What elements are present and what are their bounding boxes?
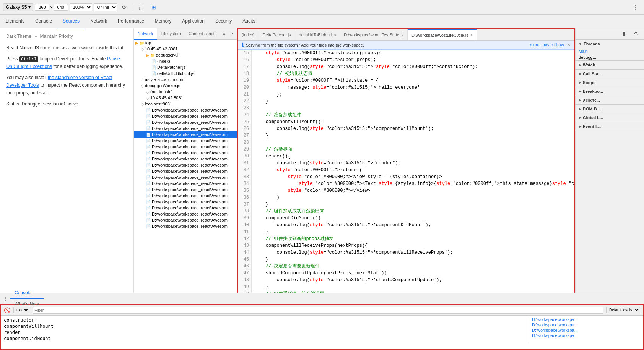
console-right-item[interactable]: D:\workspace\workspa... bbox=[532, 322, 640, 327]
close-info-btn[interactable]: ✕ bbox=[567, 42, 571, 47]
debug-section-header[interactable]: ▶Watch bbox=[576, 61, 644, 69]
tree-item[interactable]: 📄D:\workspace\workspace_react\Awesom bbox=[134, 174, 237, 180]
tree-item[interactable]: 📄D:\workspace\workspace_react\Awesom bbox=[134, 125, 237, 131]
bottom-tab-console[interactable]: Console bbox=[10, 287, 44, 299]
main-nav-tab-console[interactable]: Console bbox=[30, 15, 57, 28]
debug-section[interactable]: ▶Event L... bbox=[576, 122, 644, 131]
console-levels-select[interactable]: Default levels bbox=[606, 307, 640, 313]
tree-item[interactable]: 📄(index) bbox=[134, 58, 237, 64]
tree-item[interactable]: ▶ 📁top bbox=[134, 40, 237, 46]
close-tab-btn[interactable]: ✕ bbox=[470, 33, 473, 37]
bottom-toolbar-icon[interactable]: ⋮ bbox=[3, 296, 8, 301]
height-input[interactable] bbox=[54, 4, 68, 11]
tree-item[interactable]: 📄D:\workspace\workspace_react\Awesom bbox=[134, 150, 237, 156]
main-nav-tab-application[interactable]: Application bbox=[177, 15, 210, 28]
tree-item[interactable]: 📄D:\workspace\workspace_react\Awesom bbox=[134, 107, 237, 113]
tree-item[interactable]: ◇(no domain) bbox=[134, 89, 237, 95]
network-select[interactable]: Online bbox=[94, 3, 117, 11]
tree-item-label: astyle-src.alicdn.com bbox=[145, 77, 184, 82]
tree-item[interactable]: 📄D:\workspace\workspace_react\Awesom bbox=[134, 113, 237, 119]
tree-item[interactable]: 📄D:\workspace\workspace_react\Awesom bbox=[134, 211, 237, 217]
debug-section[interactable]: ▶XHR/fe... bbox=[576, 96, 644, 105]
clear-console-btn[interactable]: 🚫 bbox=[4, 307, 10, 313]
tree-item[interactable]: 📄D:\workspace\workspace_react\Awesom bbox=[134, 119, 237, 125]
sources-more-btn[interactable]: » bbox=[220, 31, 228, 37]
debug-section-header[interactable]: ▶Scope bbox=[576, 78, 644, 87]
code-tab[interactable]: D:\workspace\wostLifeCycle.js ✕ bbox=[408, 29, 477, 41]
tree-item[interactable]: 📄D:\workspace\workspace_react\Awesom bbox=[134, 205, 237, 211]
main-nav-tab-elements[interactable]: Elements bbox=[0, 15, 30, 28]
main-nav-tab-performance[interactable]: Performance bbox=[112, 15, 150, 28]
code-tab[interactable]: D:\workspace\woo...TestState.js bbox=[340, 29, 408, 41]
console-filter-input[interactable] bbox=[33, 307, 603, 314]
tree-item[interactable]: 📄D:\workspace\workspace_react\Awesom bbox=[134, 217, 237, 223]
sources-tab-filesystem[interactable]: Filesystem bbox=[157, 28, 185, 40]
tree-item[interactable]: ◇10.45.45.42:8081 bbox=[134, 95, 237, 101]
tree-item[interactable]: ◇debuggerWorker.js bbox=[134, 83, 237, 89]
console-right-item[interactable]: D:\workspace\workspa... bbox=[532, 317, 640, 322]
tree-item[interactable]: 📄D:\workspace\workspace_react\Awesom bbox=[134, 131, 237, 138]
tree-item[interactable]: 📄D:\workspace\workspace_react\Awesom bbox=[134, 156, 237, 162]
debug-section[interactable]: ▼ThreadsMaindebugg... bbox=[576, 40, 644, 61]
tree-item[interactable]: 📄D:\workspace\workspace_react\Awesom bbox=[134, 144, 237, 150]
thread-item[interactable]: debugg... bbox=[576, 54, 644, 60]
tree-item[interactable]: 📄D:\workspace\workspace_react\Awesom bbox=[134, 186, 237, 193]
tree-item[interactable]: ◇10.45.45.42:8081 bbox=[134, 46, 237, 52]
main-nav-tab-security[interactable]: Security bbox=[210, 15, 237, 28]
debug-section-header[interactable]: ▶DOM B... bbox=[576, 105, 644, 113]
expand-arrow-icon: ▶ bbox=[579, 107, 581, 111]
debug-section[interactable]: ▶Breakpo... bbox=[576, 87, 644, 96]
pause-btn[interactable]: ⏸ bbox=[619, 29, 629, 39]
device-selector[interactable]: Galaxy S5 ▾ bbox=[3, 3, 33, 11]
dimension-inputs: × bbox=[35, 4, 68, 11]
debug-section[interactable]: ▶DOM B... bbox=[576, 105, 644, 113]
console-right-item[interactable]: D:\workspace\workspa... bbox=[532, 333, 640, 338]
file-icon: 📄 bbox=[146, 120, 151, 125]
debug-section-header[interactable]: ▼Threads bbox=[576, 40, 644, 48]
line-number: 39 bbox=[240, 215, 249, 222]
tree-item[interactable]: 📄D:\workspace\workspace_react\Awesom bbox=[134, 180, 237, 186]
main-nav-tab-audits[interactable]: Audits bbox=[237, 15, 260, 28]
tree-item[interactable]: ▶ 📁debugger-ui bbox=[134, 52, 237, 58]
debug-section-header[interactable]: ▶Breakpo... bbox=[576, 87, 644, 96]
tree-item[interactable]: 📄D:\workspace\workspace_react\Awesom bbox=[134, 138, 237, 144]
main-nav-tab-memory[interactable]: Memory bbox=[150, 15, 177, 28]
debug-section-header[interactable]: ▶Event L... bbox=[576, 122, 644, 131]
rotate-icon-btn[interactable]: ⟳ bbox=[119, 2, 130, 13]
never-show-link[interactable]: never show bbox=[543, 42, 564, 47]
debug-section[interactable]: ▶Call Sta... bbox=[576, 70, 644, 78]
tree-item[interactable]: 📄deltaUrlToBlobUrl.js bbox=[134, 70, 237, 76]
main-nav-tab-sources[interactable]: Sources bbox=[57, 15, 85, 28]
tree-item[interactable]: 📄DeltaPatcher.js bbox=[134, 64, 237, 70]
select-icon-btn[interactable]: ⬚ bbox=[136, 2, 147, 13]
code-tab[interactable]: DeltaPatcher.js bbox=[259, 29, 295, 41]
step-over-btn[interactable]: ↷ bbox=[631, 29, 642, 39]
more-options-btn[interactable]: ⋮ bbox=[630, 2, 641, 13]
main-nav-tab-network[interactable]: Network bbox=[85, 15, 112, 28]
debug-section[interactable]: ▶Scope bbox=[576, 78, 644, 87]
tree-item[interactable]: 📄D:\workspace\workspace_react\Awesom bbox=[134, 199, 237, 205]
thread-item[interactable]: Main bbox=[576, 48, 644, 54]
code-tab[interactable]: (index) bbox=[238, 29, 259, 41]
debug-section[interactable]: ▶Watch bbox=[576, 61, 644, 70]
device-mode-btn[interactable]: ⊞ bbox=[148, 2, 159, 13]
console-context-select[interactable]: top bbox=[13, 307, 29, 313]
debug-section[interactable]: ▶Global L... bbox=[576, 113, 644, 122]
sources-options-btn[interactable]: ⋮ bbox=[228, 31, 237, 36]
tree-item[interactable]: 📄D:\workspace\workspace_react\Awesom bbox=[134, 168, 237, 174]
zoom-select[interactable]: 100% bbox=[70, 3, 92, 11]
width-input[interactable] bbox=[35, 4, 49, 11]
debug-section-header[interactable]: ▶Global L... bbox=[576, 113, 644, 122]
console-right-item[interactable]: D:\workspace\workspa... bbox=[532, 328, 640, 332]
sources-tab-contentscripts[interactable]: Content scripts bbox=[185, 28, 220, 40]
sources-tab-network[interactable]: Network bbox=[134, 28, 157, 40]
debug-section-header[interactable]: ▶XHR/fe... bbox=[576, 96, 644, 104]
more-link[interactable]: more bbox=[530, 42, 540, 47]
code-tab[interactable]: deltaUrlToBlobUrl.js bbox=[295, 29, 340, 41]
tree-item[interactable]: 📄D:\workspace\workspace_react\Awesom bbox=[134, 193, 237, 199]
tree-item[interactable]: ◇astyle-src.alicdn.com bbox=[134, 76, 237, 83]
tree-item[interactable]: ◇localhost:8081 bbox=[134, 101, 237, 107]
debug-section-header[interactable]: ▶Call Sta... bbox=[576, 70, 644, 78]
tree-item[interactable]: 📄D:\workspace\workspace_react\Awesom bbox=[134, 162, 237, 168]
tree-item[interactable]: 📄D:\workspace\workspace_react\Awesom bbox=[134, 223, 237, 229]
